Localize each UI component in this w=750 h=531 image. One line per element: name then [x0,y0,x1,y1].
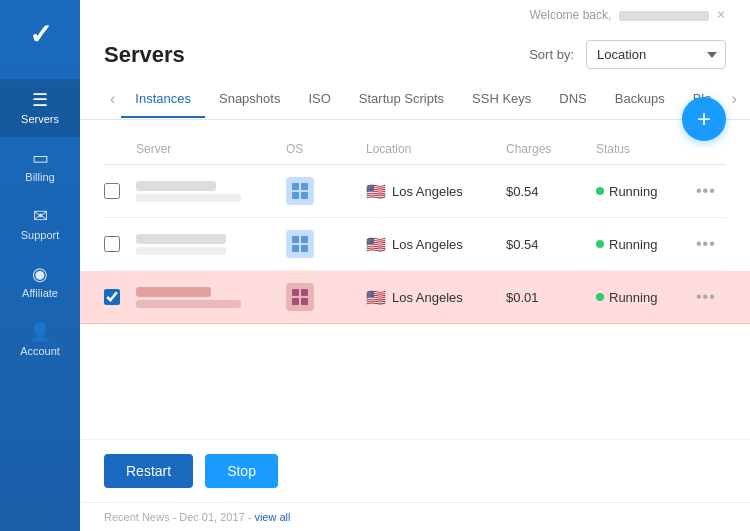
row3-charge: $0.01 [506,290,596,305]
row2-checkbox[interactable] [104,236,120,252]
us-flag-icon: 🇺🇸 [366,182,386,201]
sidebar-item-account[interactable]: 👤 Account [0,311,80,369]
row3-more-button[interactable]: ••• [696,288,726,306]
tab-snapshots[interactable]: Snapshots [205,81,294,118]
row3-checkbox[interactable] [104,289,120,305]
billing-icon: ▭ [32,149,49,167]
account-icon: 👤 [29,323,51,341]
header-controls: Sort by: Location Name Charges Status [529,40,726,69]
svg-rect-7 [301,245,308,252]
svg-rect-2 [292,192,299,199]
svg-rect-1 [301,183,308,190]
welcome-text: Welcome back, [530,8,612,22]
row3-location: 🇺🇸 Los Angeles [366,288,506,307]
server-sub-bar [136,247,226,255]
main-content: Welcome back, ✕ Servers Sort by: Locatio… [80,0,750,531]
running-dot-icon [596,293,604,301]
row3-status-text: Running [609,290,657,305]
sidebar-item-label: Affiliate [22,287,58,299]
sidebar-item-affiliate[interactable]: ◉ Affiliate [0,253,80,311]
server-name-bar [136,181,216,191]
tab-next-button[interactable]: › [725,79,742,119]
servers-table: Server OS Location Charges Status 🇺🇸 Los… [80,130,750,439]
server-sub-bar [136,300,241,308]
row2-location: 🇺🇸 Los Angeles [366,235,506,254]
close-icon[interactable]: ✕ [716,8,726,22]
row1-checkbox[interactable] [104,183,120,199]
sidebar-item-label: Billing [25,171,54,183]
sidebar-item-billing[interactable]: ▭ Billing [0,137,80,195]
row1-server-name [136,181,286,202]
running-dot-icon [596,187,604,195]
footer-view-all-link[interactable]: view all [254,511,290,523]
svg-rect-0 [292,183,299,190]
tab-instances[interactable]: Instances [121,81,205,118]
affiliate-icon: ◉ [32,265,48,283]
row1-more-button[interactable]: ••• [696,182,726,200]
sidebar-item-support[interactable]: ✉ Support [0,195,80,253]
col-location: Location [366,142,506,156]
sort-select[interactable]: Location Name Charges Status [586,40,726,69]
tab-ssh-keys[interactable]: SSH Keys [458,81,545,118]
sidebar-item-servers[interactable]: ☰ Servers [0,79,80,137]
row1-location: 🇺🇸 Los Angeles [366,182,506,201]
logo: ✓ [21,10,60,59]
col-server: Server [136,142,286,156]
row2-os-icon [286,230,314,258]
row3-server-name [136,287,286,308]
tab-iso[interactable]: ISO [294,81,344,118]
footer: Recent News - Dec 01, 2017 - view all [80,502,750,531]
svg-rect-8 [292,289,299,296]
table-row: 🇺🇸 Los Angeles $0.54 Running ••• [104,218,726,271]
svg-rect-4 [292,236,299,243]
page-title: Servers [104,42,185,68]
sidebar: ✓ ☰ Servers ▭ Billing ✉ Support ◉ Affili… [0,0,80,531]
table-row: 🇺🇸 Los Angeles $0.54 Running ••• [104,165,726,218]
row1-status: Running [596,184,696,199]
row2-location-text: Los Angeles [392,237,463,252]
us-flag-icon: 🇺🇸 [366,235,386,254]
tab-startup-scripts[interactable]: Startup Scripts [345,81,458,118]
row3-status: Running [596,290,696,305]
row1-charge: $0.54 [506,184,596,199]
sort-label: Sort by: [529,47,574,62]
row2-server-name [136,234,286,255]
table-header: Server OS Location Charges Status [104,130,726,165]
server-sub-bar [136,194,241,202]
table-row: 🇺🇸 Los Angeles $0.01 Running ••• [80,271,750,324]
action-bar: Restart Stop [80,439,750,502]
svg-rect-11 [301,298,308,305]
svg-rect-3 [301,192,308,199]
sidebar-item-label: Servers [21,113,59,125]
welcome-bar: Welcome back, ✕ [80,0,750,22]
server-name-bar [136,287,211,297]
footer-text: Recent News - Dec 01, 2017 - [104,511,251,523]
servers-icon: ☰ [32,91,48,109]
row2-charge: $0.54 [506,237,596,252]
tab-dns[interactable]: DNS [545,81,600,118]
add-server-button[interactable]: + [682,97,726,141]
stop-button[interactable]: Stop [205,454,278,488]
sidebar-item-label: Support [21,229,60,241]
us-flag-icon: 🇺🇸 [366,288,386,307]
username-redacted [619,11,709,21]
svg-rect-6 [292,245,299,252]
row2-more-button[interactable]: ••• [696,235,726,253]
tab-prev-button[interactable]: ‹ [104,79,121,119]
col-os: OS [286,142,366,156]
row2-status: Running [596,237,696,252]
row1-location-text: Los Angeles [392,184,463,199]
svg-rect-10 [292,298,299,305]
col-charges: Charges [506,142,596,156]
col-status: Status [596,142,696,156]
sidebar-item-label: Account [20,345,60,357]
row3-os-icon [286,283,314,311]
server-name-bar [136,234,226,244]
support-icon: ✉ [33,207,48,225]
row1-os-icon [286,177,314,205]
restart-button[interactable]: Restart [104,454,193,488]
svg-rect-9 [301,289,308,296]
tabs-bar: ‹ Instances Snapshots ISO Startup Script… [80,79,750,120]
tab-backups[interactable]: Backups [601,81,679,118]
row2-status-text: Running [609,237,657,252]
